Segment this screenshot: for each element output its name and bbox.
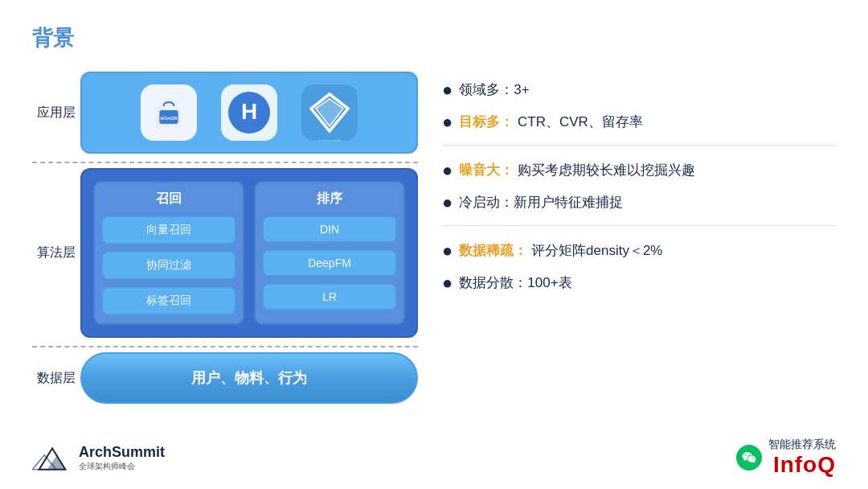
bullet-dot-6: ● bbox=[442, 273, 452, 294]
bullet-domain: ● 领域多：3+ bbox=[442, 80, 836, 101]
bullet-noise-text: 噪音大： 购买考虑期较长难以挖掘兴趣 bbox=[459, 160, 695, 181]
sparse-highlight: 数据稀疏： bbox=[459, 243, 527, 258]
recall-title: 召回 bbox=[101, 191, 236, 208]
bullet-dot-1: ● bbox=[442, 80, 452, 101]
bullet-scatter: ● 数据分散：100+表 bbox=[442, 273, 836, 294]
archsummit-name: ArchSummit bbox=[79, 444, 165, 461]
honor-diamond-icon: HONOR bbox=[301, 84, 358, 141]
data-layer-row: 数据层 用户、物料、行为 bbox=[32, 352, 418, 404]
recall-box: 召回 向量召回 协同过滤 标签召回 bbox=[93, 181, 244, 325]
archsummit-logo: ArchSummit 全球架构师峰会 bbox=[32, 443, 165, 472]
right-panel: ● 领域多：3+ ● 目标多： CTR、CVR、留存率 ● 噪音大： 购买考虑期… bbox=[442, 72, 836, 305]
algo-layer-row: 算法层 召回 向量召回 协同过滤 标签召回 排序 DIN bbox=[32, 168, 418, 338]
divider-2 bbox=[32, 346, 418, 347]
app-layer-content: HOnOR H bbox=[80, 72, 418, 154]
recall-item-2: 协同过滤 bbox=[101, 251, 236, 280]
slide-title: 背景 bbox=[32, 24, 836, 52]
arch-diagram: 应用层 HOnOR bbox=[32, 72, 418, 412]
noise-normal: 购买考虑期较长难以挖掘兴趣 bbox=[518, 162, 695, 178]
recall-item-3: 标签召回 bbox=[101, 286, 236, 315]
app-layer-row: 应用层 HOnOR bbox=[32, 72, 418, 154]
bullet-noise: ● 噪音大： 购买考虑期较长难以挖掘兴趣 bbox=[442, 160, 836, 181]
section-divider-2 bbox=[442, 225, 836, 226]
rank-item-3: LR bbox=[262, 283, 397, 310]
bullet-target: ● 目标多： CTR、CVR、留存率 bbox=[442, 112, 836, 133]
slide: 背景 应用层 HOnOR bbox=[0, 0, 868, 489]
bullet-dot-3: ● bbox=[442, 160, 452, 181]
honor-diamond-svg: HONOR bbox=[301, 84, 358, 141]
bullet-sparse-text: 数据稀疏： 评分矩阵density＜2% bbox=[459, 240, 662, 261]
algo-layer-label: 算法层 bbox=[32, 244, 80, 261]
bullet-dot-2: ● bbox=[442, 112, 452, 133]
archsummit-text-block: ArchSummit 全球架构师峰会 bbox=[79, 444, 165, 472]
bullet-sparse: ● 数据稀疏： 评分矩阵density＜2% bbox=[442, 240, 836, 261]
rank-box: 排序 DIN DeepFM LR bbox=[254, 181, 405, 325]
bullet-dot-4: ● bbox=[442, 192, 452, 213]
bullet-domain-text: 领域多：3+ bbox=[459, 80, 529, 101]
footer: ArchSummit 全球架构师峰会 智能推荐系统 InfoQ bbox=[0, 438, 868, 478]
data-layer-label: 数据层 bbox=[32, 370, 80, 387]
bullet-scatter-text: 数据分散：100+表 bbox=[459, 273, 571, 294]
app-layer-label: 应用层 bbox=[32, 105, 80, 121]
app-layer-box: HOnOR H bbox=[80, 72, 418, 154]
archsummit-mountain-icon bbox=[32, 443, 72, 472]
svg-marker-11 bbox=[47, 456, 65, 469]
domain-text: 领域多：3+ bbox=[459, 82, 529, 97]
sparse-normal: 评分矩阵density＜2% bbox=[531, 243, 662, 258]
bullet-coldstart-text: 冷启动：新用户特征难捕捉 bbox=[459, 192, 623, 213]
hicare-icon: H bbox=[221, 84, 277, 141]
brand-text-block: 智能推荐系统 InfoQ bbox=[768, 438, 836, 478]
algo-layer-box: 召回 向量召回 协同过滤 标签召回 排序 DIN DeepFM LR bbox=[80, 168, 418, 338]
algo-layer-content: 召回 向量召回 协同过滤 标签召回 排序 DIN DeepFM LR bbox=[80, 168, 418, 338]
infoq-text: InfoQ bbox=[773, 452, 836, 478]
recall-item-1: 向量召回 bbox=[101, 216, 236, 244]
data-layer-content: 用户、物料、行为 bbox=[80, 352, 418, 404]
svg-text:HOnOR: HOnOR bbox=[161, 116, 178, 121]
rank-title: 排序 bbox=[262, 191, 397, 208]
noise-highlight: 噪音大： bbox=[459, 162, 514, 178]
honor-bag-icon: HOnOR bbox=[141, 84, 197, 141]
rank-item-1: DIN bbox=[262, 216, 397, 243]
rank-item-2: DeepFM bbox=[262, 249, 397, 277]
divider-1 bbox=[32, 162, 418, 163]
target-normal: CTR、CVR、留存率 bbox=[518, 114, 643, 129]
svg-text:HONOR: HONOR bbox=[318, 138, 342, 141]
main-content: 应用层 HOnOR bbox=[32, 72, 836, 412]
wechat-label: 智能推荐系统 bbox=[768, 438, 836, 452]
bullet-target-text: 目标多： CTR、CVR、留存率 bbox=[459, 112, 643, 133]
svg-text:H: H bbox=[241, 99, 257, 124]
bullet-coldstart: ● 冷启动：新用户特征难捕捉 bbox=[442, 192, 836, 213]
scatter-normal: 数据分散：100+表 bbox=[459, 275, 571, 290]
section-divider-1 bbox=[442, 145, 836, 146]
wechat-svg bbox=[741, 450, 757, 466]
honor-bag-svg: HOnOR bbox=[153, 96, 185, 129]
infoq-brand: 智能推荐系统 InfoQ bbox=[736, 438, 836, 478]
target-highlight: 目标多： bbox=[459, 114, 514, 129]
bullet-dot-5: ● bbox=[442, 240, 452, 261]
wechat-icon bbox=[736, 445, 762, 471]
coldstart-normal: 冷启动：新用户特征难捕捉 bbox=[459, 195, 623, 210]
data-layer-ellipse: 用户、物料、行为 bbox=[80, 352, 418, 404]
archsummit-subtitle: 全球架构师峰会 bbox=[79, 461, 165, 472]
hicare-svg: H bbox=[221, 84, 277, 141]
